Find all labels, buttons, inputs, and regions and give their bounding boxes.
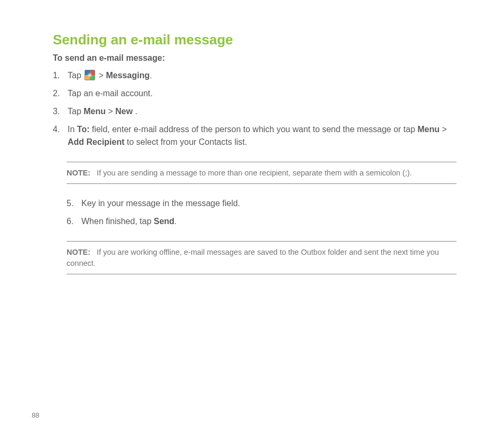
text: field, enter e-mail address of the perso… bbox=[89, 125, 417, 134]
note-box-2: NOTE:If you are working offline, e-mail … bbox=[67, 241, 456, 274]
bold-text: New bbox=[115, 107, 133, 116]
step-3: 3. Tap Menu > New . bbox=[53, 105, 456, 118]
note-label: NOTE: bbox=[67, 248, 90, 256]
text: When finished, tap bbox=[81, 217, 154, 226]
bold-text: Messaging bbox=[106, 71, 150, 80]
note-label: NOTE: bbox=[67, 169, 90, 177]
bold-text: Menu bbox=[417, 125, 440, 134]
step-content: Key in your message in the message field… bbox=[81, 197, 456, 210]
windows-start-icon bbox=[85, 70, 95, 80]
page-title: Sending an e-mail message bbox=[53, 32, 456, 48]
page-number: 88 bbox=[32, 411, 39, 419]
text: Tap bbox=[68, 107, 83, 116]
step-number: 2. bbox=[53, 87, 68, 100]
step-content: Tap Menu > New . bbox=[68, 105, 456, 118]
bold-text: To: bbox=[77, 125, 90, 134]
text: . bbox=[174, 217, 176, 226]
step-content: When finished, tap Send. bbox=[81, 215, 456, 228]
text: Tap bbox=[68, 71, 83, 80]
step-number: 5. bbox=[67, 197, 81, 210]
steps-list-continued: 5. Key in your message in the message fi… bbox=[67, 197, 456, 228]
steps-list: 1. Tap > Messaging. 2. Tap an e-mail acc… bbox=[53, 69, 456, 149]
step-content: Tap an e-mail account. bbox=[68, 87, 456, 100]
text: In bbox=[68, 125, 77, 134]
step-number: 6. bbox=[67, 215, 81, 228]
note-box-1: NOTE:If you are sending a message to mor… bbox=[67, 162, 456, 184]
text: to select from your Contacts list. bbox=[125, 137, 247, 146]
step-number: 3. bbox=[53, 105, 68, 118]
step-number: 1. bbox=[53, 69, 68, 82]
text: > bbox=[106, 107, 115, 116]
step-content: Tap > Messaging. bbox=[68, 69, 456, 82]
step-2: 2. Tap an e-mail account. bbox=[53, 87, 456, 100]
section-subtitle: To send an e-mail message: bbox=[53, 53, 456, 63]
bold-text: Add Recipient bbox=[68, 137, 125, 146]
text: > bbox=[96, 71, 106, 80]
text: . bbox=[150, 71, 152, 80]
step-number: 4. bbox=[53, 123, 68, 136]
bold-text: Menu bbox=[83, 107, 106, 116]
text: . bbox=[133, 107, 137, 116]
note-text: If you are sending a message to more tha… bbox=[97, 169, 412, 177]
step-5: 5. Key in your message in the message fi… bbox=[67, 197, 456, 210]
step-content: In To: field, enter e-mail address of th… bbox=[68, 123, 456, 149]
step-6: 6. When finished, tap Send. bbox=[67, 215, 456, 228]
bold-text: Send bbox=[154, 217, 174, 226]
note-text: If you are working offline, e-mail messa… bbox=[67, 248, 439, 267]
step-1: 1. Tap > Messaging. bbox=[53, 69, 456, 82]
text: > bbox=[440, 125, 447, 134]
step-4: 4. In To: field, enter e-mail address of… bbox=[53, 123, 456, 149]
